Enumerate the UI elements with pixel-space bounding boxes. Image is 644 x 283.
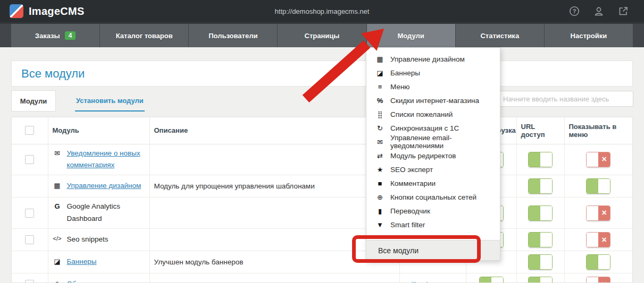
module-description [149,273,399,283]
menu-item-social-buttons[interactable]: ⊕Кнопки социальных сетей [366,190,500,204]
menu-item-label: Переводчик [390,207,430,215]
module-name: Google Analytics Dashboard [67,201,145,225]
modules-table: Модуль Описание Автозагрузка URL доступ … [12,117,632,283]
globe-icon: ⊕ [375,193,384,201]
star-icon: ★ [375,166,384,174]
table-row: GGoogle Analytics Dashboard [12,198,632,229]
callback-icon: ⊙ [53,278,62,283]
menu-item-comments[interactable]: ■Комментарии [366,176,500,190]
url-access-toggle[interactable] [528,232,553,247]
module-url-link[interactable]: callbacks [404,280,434,283]
column-header-description: Описание [149,117,399,144]
menu-item-label: Кнопки социальных сетей [390,193,476,201]
row-checkbox[interactable] [25,280,34,283]
show-in-menu-toggle[interactable] [586,277,610,283]
menu-item-label: Списки пожеланий [390,110,453,118]
table-row: </>Seo snippets [12,229,632,251]
user-icon[interactable] [593,5,605,17]
row-checkbox[interactable] [25,155,34,164]
modules-table-panel: Модуль Описание Автозагрузка URL доступ … [11,117,633,283]
column-header-module: Модуль [48,117,149,144]
show-in-menu-toggle[interactable] [586,205,610,221]
code-icon: </> [53,234,62,244]
menu-item-smart-filter[interactable]: ▼Smart filter [366,218,500,231]
menu-item-label: Меню [390,83,410,91]
autoload-toggle[interactable] [479,277,504,283]
show-in-menu-toggle[interactable] [586,152,610,167]
image-icon: ◪ [375,69,384,77]
orders-count-badge: 4 [65,31,76,40]
page-title: Все модули [21,67,85,81]
nav-item-label: Статистика [480,32,519,40]
module-link[interactable]: Управление дизайном [67,180,141,192]
tabs: Модули Установить модули [11,90,145,112]
nav-item-orders[interactable]: Заказы 4 [11,24,99,47]
design-grid-icon: ▦ [53,180,62,192]
nav-item-label: Настройки [571,32,607,40]
open-site-icon[interactable] [617,5,629,17]
table-row: ✉Уведомление о новых комментариях [12,144,632,175]
menu-item-seo-expert[interactable]: ★SEO эксперт [366,162,500,176]
module-link[interactable]: Баннеры [67,256,97,268]
nav-item-pages[interactable]: Страницы [277,24,366,47]
wishlist-grid-icon: ⣿ [375,110,384,118]
table-row: ▦Управление дизайном Модуль для упрощени… [12,175,632,198]
url-access-toggle[interactable] [528,277,553,283]
url-access-toggle[interactable] [528,254,553,270]
imagecms-admin-screen: ImageCMS http://demoshop.imagecms.net ? … [0,0,644,283]
row-checkbox[interactable] [25,235,34,244]
menu-item-design[interactable]: ▦Управление дизайном [366,52,500,66]
help-icon[interactable]: ? [568,5,580,17]
module-link[interactable]: Уведомление о новых комментариях [67,148,145,172]
menu-item-label: Модуль редиректов [390,152,456,160]
modules-dropdown-menu: ▦Управление дизайном ◪Баннеры ≡Меню %Ски… [366,47,500,261]
menu-item-sync-1c[interactable]: ↻Синхронизация с 1С [366,121,500,135]
svg-text:?: ? [573,8,576,14]
module-link[interactable]: Обратные звонки [67,278,125,283]
menu-item-redirects[interactable]: ⇄Модуль редиректов [366,149,500,162]
menu-item-all-modules[interactable]: Все модули [366,240,500,260]
menu-item-label: Управление email-уведомлениями [390,134,494,150]
site-url[interactable]: http://demoshop.imagecms.net [0,7,644,15]
row-checkbox[interactable] [25,209,34,218]
module-name: Seo snippets [67,234,108,246]
module-description [149,144,399,175]
module-description: Улучшен модуль баннеров [149,251,399,273]
email-icon: ✉ [53,148,62,159]
nav-item-users[interactable]: Пользователи [188,24,277,47]
email-icon: ✉ [375,138,384,146]
menu-item-label: Синхронизация с 1С [390,124,459,132]
nav-item-statistics[interactable]: Статистика [455,24,544,47]
url-access-toggle[interactable] [528,205,553,221]
nav-item-catalog[interactable]: Каталог товаров [99,24,188,47]
column-header-url-access: URL доступ [516,117,564,144]
filter-icon: ▼ [375,221,384,229]
show-in-menu-toggle[interactable] [586,254,610,270]
menu-item-label: SEO эксперт [390,166,433,174]
menu-item-wishlists[interactable]: ⣿Списки пожеланий [366,107,500,121]
page-header-panel: Все модули [11,61,633,87]
tab-install-modules[interactable]: Установить модули [75,90,145,112]
module-description [149,198,399,229]
module-search-input[interactable] [497,91,633,107]
tab-modules[interactable]: Модули [11,90,56,112]
menu-item-label: Скидки интернет-магазина [390,97,479,105]
menu-item-label: Управление дизайном [390,55,465,63]
show-in-menu-toggle[interactable] [586,178,610,194]
comment-icon: ■ [375,179,384,187]
table-row: ◪Баннеры Улучшен модуль баннеров [12,251,632,273]
menu-item-menu[interactable]: ≡Меню [366,80,500,93]
nav-item-settings[interactable]: Настройки [544,24,633,47]
menu-item-translator[interactable]: ▮Переводчик [366,204,500,218]
menu-item-discounts[interactable]: %Скидки интернет-магазина [366,93,500,107]
show-in-menu-toggle[interactable] [586,232,610,247]
select-all-checkbox[interactable] [25,126,34,135]
menu-item-email-notifications[interactable]: ✉Управление email-уведомлениями [366,135,500,149]
menu-item-banners[interactable]: ◪Баннеры [366,66,500,80]
main-nav: Заказы 4 Каталог товаров Пользователи Ст… [0,22,644,47]
table-row: ⊙Обратные звонки callbacks [12,273,632,283]
nav-item-modules[interactable]: Модули [366,24,455,47]
image-icon: ◪ [53,256,62,268]
url-access-toggle[interactable] [528,178,553,194]
url-access-toggle[interactable] [528,152,553,167]
